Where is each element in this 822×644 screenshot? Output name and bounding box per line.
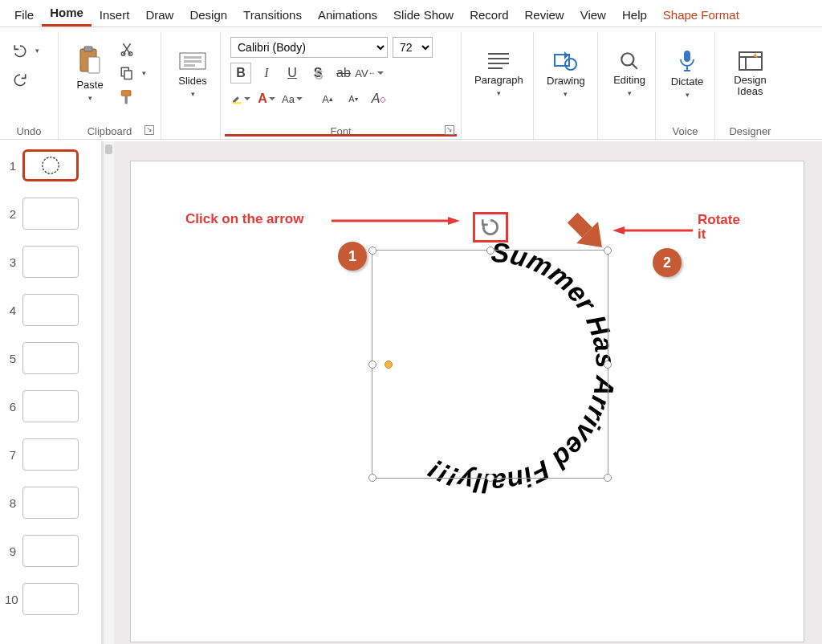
char-spacing-button[interactable]: AV↔ — [359, 63, 380, 84]
italic-button[interactable]: I — [256, 63, 277, 84]
svg-rect-2 — [88, 57, 100, 73]
slide-thumb-5[interactable]: 5 — [5, 342, 96, 374]
bold-button[interactable]: B — [230, 63, 251, 84]
annotation-badge-2: 2 — [653, 248, 682, 277]
slide-thumb-2[interactable]: 2 — [5, 198, 96, 230]
redo-button[interactable] — [10, 69, 31, 90]
dictate-label: Dictate — [671, 76, 703, 88]
tab-transitions[interactable]: Transitions — [235, 2, 310, 26]
resize-handle-e[interactable] — [604, 361, 612, 369]
resize-handle-se[interactable] — [604, 474, 612, 482]
slide-thumb-10[interactable]: 10 — [5, 583, 96, 615]
adjustment-handle[interactable] — [385, 361, 393, 369]
group-paragraph: Paragraph ▾ — [461, 32, 533, 139]
decrease-font-button[interactable]: A▾ — [343, 88, 364, 109]
svg-rect-18 — [739, 52, 762, 70]
group-label-undo: Undo — [0, 125, 58, 137]
slide-thumb-preview[interactable] — [22, 294, 79, 326]
tab-draw[interactable]: Draw — [137, 2, 181, 26]
font-size-select[interactable]: 72 — [393, 37, 433, 58]
font-color-button[interactable]: A — [256, 88, 277, 109]
resize-handle-s[interactable] — [486, 474, 494, 482]
paragraph-button[interactable]: Paragraph ▾ — [471, 35, 527, 112]
svg-marker-22 — [448, 217, 460, 225]
increase-font-button[interactable]: A▴ — [317, 88, 338, 109]
resize-handle-n[interactable] — [486, 247, 494, 255]
tab-home[interactable]: Home — [42, 0, 92, 26]
thumbnail-scrollbar[interactable] — [103, 141, 114, 644]
slide-thumb-number: 3 — [5, 255, 16, 269]
tab-shape-format[interactable]: Shape Format — [655, 2, 747, 26]
tab-slideshow[interactable]: Slide Show — [385, 2, 462, 26]
svg-rect-11 — [184, 60, 201, 63]
font-name-select[interactable]: Calibri (Body) — [230, 37, 388, 58]
tab-insert[interactable]: Insert — [92, 2, 138, 26]
shape-selection-box[interactable] — [372, 250, 608, 479]
slide[interactable]: Summer Has Arrived Finally!!! Click on — [130, 161, 804, 642]
slides-button[interactable]: Slides ▾ — [171, 35, 214, 112]
slide-thumb-preview[interactable] — [22, 198, 79, 230]
slide-thumb-preview[interactable] — [22, 149, 79, 181]
slides-label: Slides — [178, 75, 206, 87]
svg-point-15 — [565, 59, 576, 70]
slide-thumb-number: 6 — [5, 400, 16, 414]
slide-thumb-4[interactable]: 4 — [5, 294, 96, 326]
slide-thumb-number: 7 — [5, 448, 16, 462]
svg-rect-7 — [121, 91, 131, 96]
group-label-voice: Voice — [656, 125, 714, 137]
drawing-icon — [553, 50, 579, 72]
slide-thumb-9[interactable]: 9 — [5, 535, 96, 567]
slide-thumb-3[interactable]: 3 — [5, 246, 96, 278]
tab-record[interactable]: Record — [462, 2, 516, 26]
format-painter-button[interactable] — [116, 87, 137, 108]
cut-button[interactable] — [116, 39, 137, 59]
resize-handle-sw[interactable] — [368, 474, 376, 482]
svg-rect-1 — [84, 47, 92, 51]
slide-thumb-preview[interactable] — [22, 246, 79, 278]
slide-thumb-preview[interactable] — [22, 487, 79, 519]
clipboard-dialog-launcher[interactable]: ↘ — [144, 125, 154, 135]
slide-thumb-number: 1 — [5, 159, 16, 173]
slide-thumb-8[interactable]: 8 — [5, 487, 96, 519]
copy-button[interactable] — [116, 63, 137, 84]
slide-thumb-1[interactable]: 1 — [5, 149, 96, 181]
paste-button[interactable]: Paste ▾ — [68, 35, 112, 112]
rotation-handle[interactable] — [473, 212, 508, 243]
highlight-color-button[interactable] — [230, 88, 251, 109]
tab-help[interactable]: Help — [614, 2, 655, 26]
tab-design[interactable]: Design — [181, 2, 235, 26]
slide-thumb-preview[interactable] — [22, 535, 79, 567]
text-shadow-button[interactable]: SS — [307, 63, 328, 84]
font-dialog-launcher[interactable]: ↘ — [445, 125, 454, 135]
slide-thumb-7[interactable]: 7 — [5, 438, 96, 471]
undo-dropdown[interactable]: ▾ — [35, 47, 39, 55]
strikethrough-button[interactable]: ab — [333, 63, 354, 84]
svg-point-16 — [621, 53, 633, 65]
copy-dropdown[interactable]: ▾ — [142, 69, 146, 77]
tab-review[interactable]: Review — [517, 2, 572, 26]
design-ideas-label-1: Design — [734, 74, 766, 86]
undo-button[interactable] — [10, 40, 31, 61]
tab-view[interactable]: View — [572, 2, 614, 26]
change-case-button[interactable]: Aa — [282, 88, 303, 109]
design-ideas-button[interactable]: DesignIdeas — [729, 35, 772, 112]
drawing-button[interactable]: Drawing ▾ — [543, 35, 588, 112]
clear-formatting-button[interactable]: A◇ — [368, 88, 389, 109]
slide-thumb-preview[interactable] — [22, 438, 79, 471]
svg-rect-17 — [684, 51, 690, 62]
microphone-icon — [678, 49, 697, 73]
slide-thumb-preview[interactable] — [22, 583, 79, 615]
group-clipboard: Paste ▾ ▾ Clipboard ↘ — [58, 32, 161, 139]
slide-thumb-6[interactable]: 6 — [5, 390, 96, 422]
dictate-button[interactable]: Dictate ▾ — [665, 35, 709, 112]
group-designer: DesignIdeas Designer — [714, 32, 785, 139]
resize-handle-w[interactable] — [368, 361, 376, 369]
slide-thumb-preview[interactable] — [22, 342, 79, 374]
resize-handle-nw[interactable] — [368, 247, 376, 255]
underline-button[interactable]: U — [282, 63, 303, 84]
slide-thumb-preview[interactable] — [22, 390, 79, 422]
editing-button[interactable]: Editing ▾ — [608, 35, 651, 112]
group-slides: Slides ▾ — [161, 32, 220, 139]
tab-file[interactable]: File — [6, 2, 42, 26]
tab-animations[interactable]: Animations — [310, 2, 385, 26]
